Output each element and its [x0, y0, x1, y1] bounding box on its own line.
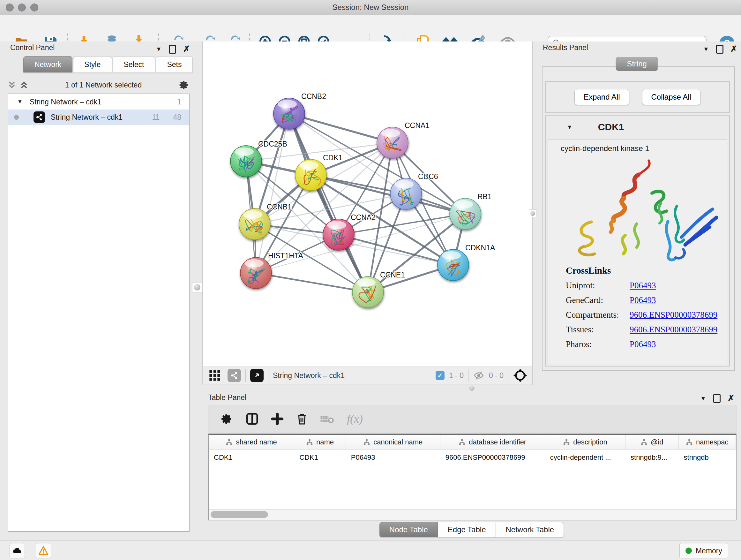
node-CCNB2[interactable]: [273, 98, 305, 129]
table-cell[interactable]: P06493: [346, 450, 441, 465]
node-gloss-highlight: [356, 278, 376, 287]
column-header-canonical-name[interactable]: canonical name: [346, 435, 441, 449]
panel-close-icon[interactable]: ✗: [728, 393, 735, 403]
crosslink-link[interactable]: P06493: [630, 339, 656, 349]
node-CCNE1[interactable]: [352, 276, 384, 308]
crosslink-label: Tissues:: [566, 325, 630, 334]
node-CCNB1[interactable]: [239, 208, 270, 240]
network-collection-row[interactable]: ▼ String Network – cdk1 1: [8, 94, 189, 110]
horizontal-splitter[interactable]: [202, 384, 741, 393]
right-splitter-handle[interactable]: [529, 209, 536, 217]
birdseye-view-icon[interactable]: [250, 369, 264, 382]
network-row-selected[interactable]: String Network – cdk1 11 48: [8, 110, 189, 125]
function-builder-icon[interactable]: f(x): [347, 412, 363, 426]
crosslink-link[interactable]: 9606.ENSP00000378699: [630, 310, 718, 320]
node-count: 11: [152, 113, 160, 122]
fit-content-crosshair-icon[interactable]: [513, 368, 528, 383]
crosslink-label: Pharos:: [566, 339, 630, 349]
add-column-plus-icon[interactable]: [271, 413, 284, 425]
footer-separator: [508, 369, 509, 382]
table-cell[interactable]: 9606.ENSP00000378699: [441, 450, 545, 465]
network-view[interactable]: CCNB2CCNA1CDC25BCDK1CDC6RB1CCNB1CCNA2CDK…: [202, 42, 532, 367]
left-splitter-handle[interactable]: [192, 282, 202, 293]
tab-select[interactable]: Select: [113, 56, 155, 72]
tab-node-table[interactable]: Node Table: [380, 522, 438, 537]
hidden-eye-icon[interactable]: [473, 370, 484, 381]
network-share-icon[interactable]: [227, 369, 241, 382]
table-row[interactable]: CDK1CDK1P064939606.ENSP00000378699cyclin…: [209, 450, 736, 465]
horizontal-splitter-handle[interactable]: [469, 386, 475, 391]
node-label-CCNB2: CCNB2: [301, 92, 326, 101]
table-cell[interactable]: stringdb:9...: [625, 450, 679, 465]
panel-collapse-icon[interactable]: ▼: [703, 46, 709, 53]
panel-close-icon[interactable]: ✗: [731, 44, 738, 54]
column-header--id[interactable]: @id: [625, 435, 679, 449]
memory-button[interactable]: Memory: [679, 543, 728, 558]
crosslink-link[interactable]: P06493: [630, 295, 656, 305]
crosslinks-list: Uniprot:P06493GeneCard:P06493Compartment…: [566, 281, 718, 349]
grid-view-icon[interactable]: [208, 369, 221, 382]
column-header-shared-name[interactable]: shared name: [209, 435, 294, 449]
edge-CCNB2-HIST1H1A[interactable]: [256, 114, 289, 273]
node-CCNA1[interactable]: [377, 127, 408, 159]
node-label-CDC6: CDC6: [418, 172, 438, 181]
delete-table-icon[interactable]: [320, 412, 335, 426]
expand-all-button[interactable]: Expand All: [575, 89, 629, 105]
table-settings-gear-icon[interactable]: [220, 413, 233, 425]
panel-float-icon[interactable]: [716, 45, 724, 54]
scrollbar-thumb[interactable]: [211, 511, 268, 518]
panel-collapse-icon[interactable]: ▼: [156, 46, 162, 53]
node-RB1[interactable]: [450, 198, 481, 230]
panel-collapse-icon[interactable]: ▼: [700, 395, 706, 402]
tab-network[interactable]: Network: [23, 56, 72, 72]
crosslink-row: Tissues:9606.ENSP00000378699: [566, 325, 718, 334]
network-selected-summary: 1 of 1 Network selected: [28, 81, 179, 89]
node-CDC25B[interactable]: [230, 145, 262, 177]
gear-icon[interactable]: [179, 79, 190, 90]
node-CDC6[interactable]: [390, 178, 421, 209]
section-collapse-icon[interactable]: ▼: [567, 124, 572, 131]
control-panel-title: Control Panel: [10, 44, 55, 52]
crosslink-link[interactable]: 9606.ENSP00000378699: [630, 325, 718, 334]
column-header-namespac[interactable]: namespac: [679, 435, 736, 449]
node-label-CCNB1: CCNB1: [267, 203, 292, 211]
table-cell[interactable]: cyclin-dependent ...: [545, 450, 625, 465]
panel-float-icon[interactable]: [169, 45, 176, 54]
column-header-database-identifier[interactable]: database identifier: [441, 435, 545, 449]
collapse-all-button[interactable]: Collapse All: [642, 89, 700, 105]
node-label-CCNA2: CCNA2: [351, 213, 376, 222]
edge-CCNB2-CCNA1[interactable]: [289, 114, 393, 143]
node-CCNA2[interactable]: [323, 219, 354, 250]
footer-separator: [268, 369, 268, 382]
delete-column-trash-icon[interactable]: [296, 413, 308, 425]
show-columns-icon[interactable]: [246, 412, 259, 426]
tab-string[interactable]: String: [616, 57, 658, 71]
column-header-description[interactable]: description: [545, 435, 625, 449]
table-cell[interactable]: stringdb: [679, 450, 736, 465]
table-cell[interactable]: CDK1: [209, 450, 294, 465]
tab-edge-table[interactable]: Edge Table: [438, 522, 496, 537]
node-CDK1[interactable]: [295, 159, 327, 191]
crosslinks-title: CrossLinks: [566, 265, 718, 276]
warning-button[interactable]: [36, 543, 51, 558]
network-label: String Network – cdk1: [51, 113, 123, 122]
crosslink-link[interactable]: P06493: [630, 281, 656, 291]
node-HIST1H1A[interactable]: [240, 257, 272, 289]
selected-nodes-checkbox[interactable]: ✓: [435, 371, 445, 380]
panel-close-icon[interactable]: ✗: [183, 44, 190, 54]
node-CDKN1A[interactable]: [437, 249, 469, 281]
panel-float-icon[interactable]: [713, 394, 721, 403]
expand-all-icon[interactable]: [20, 80, 28, 90]
tab-style[interactable]: Style: [73, 56, 112, 72]
cloud-button[interactable]: [10, 543, 25, 558]
status-bar: Memory: [0, 540, 741, 560]
collapse-all-icon[interactable]: [8, 80, 16, 90]
tab-sets[interactable]: Sets: [156, 56, 193, 72]
tab-network-table[interactable]: Network Table: [496, 522, 564, 537]
table-cell[interactable]: CDK1: [294, 450, 346, 465]
node-section-header[interactable]: ▼ CDK1: [546, 116, 729, 138]
column-header-name[interactable]: name: [294, 435, 346, 449]
tree-expand-icon[interactable]: ▼: [17, 99, 23, 105]
table-horizontal-scrollbar[interactable]: [209, 509, 736, 520]
edge-count: 48: [173, 113, 181, 122]
